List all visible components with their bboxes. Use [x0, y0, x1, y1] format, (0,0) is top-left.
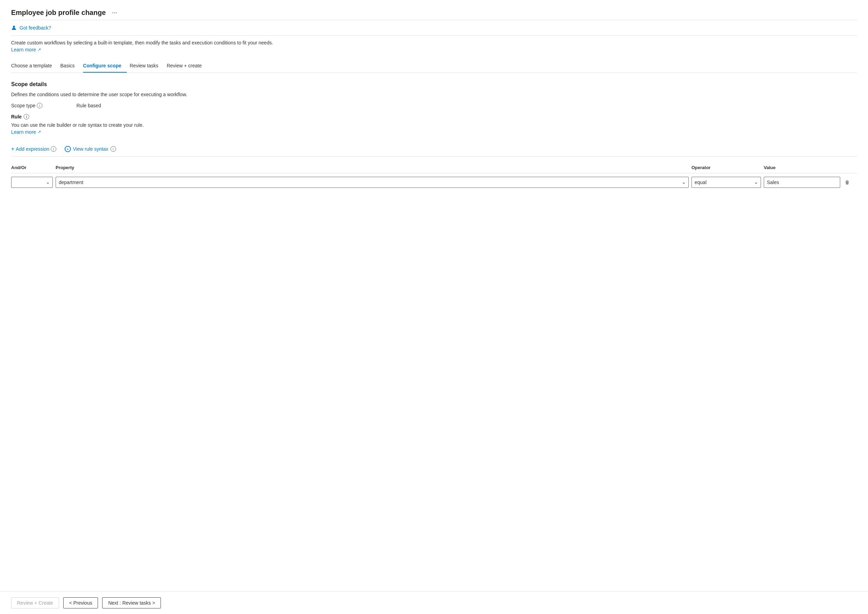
col-header-andor: And/Or: [11, 165, 53, 170]
description-text: Create custom workflows by selecting a b…: [11, 40, 857, 45]
delete-row-button[interactable]: [843, 178, 851, 186]
trash-icon: [845, 180, 850, 185]
svg-point-0: [13, 26, 15, 28]
property-select-wrapper: department jobTitle companyName country …: [56, 177, 689, 188]
review-create-button[interactable]: Review + Create: [11, 597, 59, 608]
tabs-row: Choose a template Basics Configure scope…: [11, 59, 857, 73]
view-rule-syntax-button[interactable]: ● View rule syntax i: [65, 146, 116, 152]
add-expression-button[interactable]: + Add expression i: [11, 146, 56, 152]
title-divider: [11, 20, 857, 20]
ellipsis-menu-button[interactable]: ···: [110, 8, 119, 17]
property-select[interactable]: department jobTitle companyName country …: [56, 177, 689, 188]
eye-icon: ●: [65, 146, 71, 152]
scope-details-section: Scope details Defines the conditions use…: [11, 81, 857, 191]
view-syntax-info-icon[interactable]: i: [110, 146, 116, 152]
expression-row: + Add expression i ● View rule syntax i: [11, 142, 857, 157]
plus-icon: +: [11, 146, 14, 152]
previous-button[interactable]: < Previous: [63, 597, 98, 608]
tab-review-tasks[interactable]: Review tasks: [130, 59, 164, 73]
tab-choose-template[interactable]: Choose a template: [11, 59, 58, 73]
scope-type-row: Scope type i Rule based: [11, 103, 857, 109]
tab-basics[interactable]: Basics: [61, 59, 80, 73]
footer: Review + Create < Previous Next : Review…: [0, 591, 868, 614]
scope-type-label: Scope type i: [11, 103, 74, 109]
add-expression-info-icon[interactable]: i: [51, 146, 56, 152]
andor-select[interactable]: And Or: [11, 177, 53, 188]
operator-cell: equal not equal contains not contains: [691, 177, 761, 188]
feedback-link[interactable]: Got feedback?: [19, 25, 51, 31]
page-title: Employee job profile change: [11, 9, 106, 17]
external-link-icon-2: ↗: [37, 130, 41, 134]
rule-description: You can use the rule builder or rule syn…: [11, 122, 857, 128]
andor-cell: And Or: [11, 177, 53, 188]
learn-more-link-2[interactable]: Learn more ↗: [11, 129, 41, 135]
property-cell: department jobTitle companyName country …: [56, 177, 689, 188]
rule-header: Rule i: [11, 114, 857, 119]
col-header-action: [843, 165, 857, 170]
scope-type-value: Rule based: [76, 103, 101, 109]
value-input[interactable]: [764, 177, 840, 188]
learn-more-link-1[interactable]: Learn more ↗: [11, 47, 41, 53]
col-header-operator: Operator: [691, 165, 761, 170]
andor-select-wrapper: And Or: [11, 177, 53, 188]
external-link-icon-1: ↗: [37, 47, 41, 52]
scope-type-info-icon[interactable]: i: [37, 103, 42, 109]
col-header-property: Property: [56, 165, 689, 170]
value-cell: [764, 177, 840, 188]
rule-info-icon[interactable]: i: [23, 114, 29, 119]
table-row: And Or department jobTitle companyName c…: [11, 173, 857, 191]
feedback-divider: [11, 36, 857, 36]
operator-select-wrapper: equal not equal contains not contains: [691, 177, 761, 188]
col-header-value: Value: [764, 165, 840, 170]
operator-select[interactable]: equal not equal contains not contains: [691, 177, 761, 188]
next-button[interactable]: Next : Review tasks >: [102, 597, 161, 608]
rule-table-header: And/Or Property Operator Value: [11, 162, 857, 173]
delete-cell: [843, 178, 857, 186]
tab-review-create[interactable]: Review + create: [167, 59, 207, 73]
scope-details-title: Scope details: [11, 81, 857, 87]
feedback-person-icon: [11, 25, 17, 31]
tab-configure-scope[interactable]: Configure scope: [83, 59, 127, 73]
feedback-row: Got feedback?: [11, 23, 857, 33]
scope-details-description: Defines the conditions used to determine…: [11, 91, 857, 97]
